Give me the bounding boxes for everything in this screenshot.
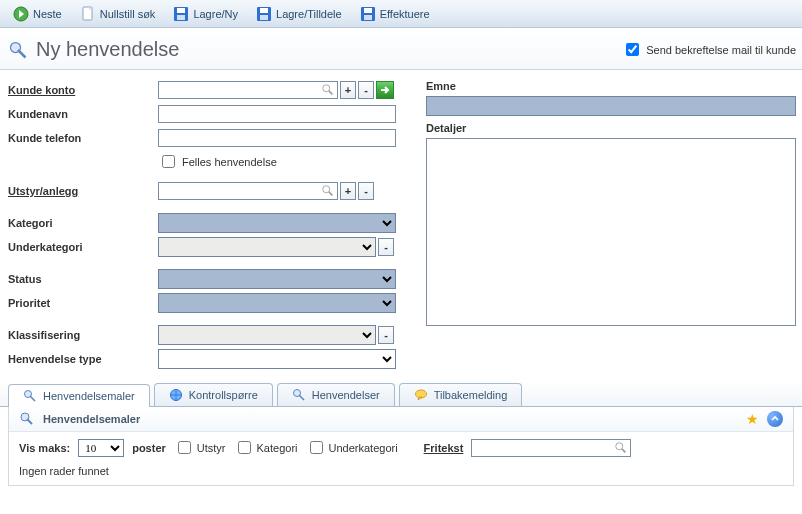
klassifisering-label: Klassifisering: [8, 329, 158, 341]
save-icon: [256, 6, 272, 22]
poster-label: poster: [132, 442, 166, 454]
klassifisering-select[interactable]: [158, 325, 376, 345]
page-title: Ny henvendelse: [36, 38, 179, 61]
tab-henvendelser[interactable]: Henvendelser: [277, 383, 395, 406]
svg-rect-3: [177, 8, 185, 13]
confirm-mail-checkbox[interactable]: Send bekreftelse mail til kunde: [622, 40, 796, 59]
detaljer-label: Detaljer: [426, 122, 796, 134]
tab-maler-label: Henvendelsemaler: [43, 390, 135, 402]
svg-rect-6: [260, 8, 268, 13]
status-select[interactable]: [158, 269, 396, 289]
lagre-ny-label: Lagre/Ny: [193, 8, 238, 20]
svg-rect-7: [260, 15, 268, 20]
filter-utstyr-checkbox[interactable]: Utstyr: [174, 438, 226, 457]
felles-label: Felles henvendelse: [182, 156, 277, 168]
main-form: Kunde konto + - Kundenavn Kunde tele: [0, 70, 802, 377]
kunde-remove-button[interactable]: -: [358, 81, 374, 99]
filter-row: Vis maks: 10 poster Utstyr Kategori Unde…: [9, 432, 793, 461]
kategori-label: Kategori: [8, 217, 158, 229]
emne-label: Emne: [426, 80, 796, 92]
right-column: Emne Detaljer: [426, 80, 796, 373]
tab-kontroll-label: Kontrollspørre: [189, 389, 258, 401]
felles-input[interactable]: [162, 155, 175, 168]
kunde-go-button[interactable]: [376, 81, 394, 99]
kundenavn-label: Kundenavn: [8, 108, 158, 120]
lagre-ny-button[interactable]: Lagre/Ny: [166, 3, 245, 25]
filter-kategori-input[interactable]: [238, 441, 251, 454]
filter-underkategori-checkbox[interactable]: Underkategori: [306, 438, 398, 457]
underkategori-remove-button[interactable]: -: [378, 238, 394, 256]
svg-rect-9: [364, 8, 372, 13]
utstyr-input[interactable]: [158, 182, 338, 200]
tab-tilbakemelding[interactable]: Tilbakemelding: [399, 383, 523, 406]
vis-maks-select[interactable]: 10: [78, 439, 124, 457]
utstyr-label[interactable]: Utstyr/anlegg: [8, 185, 158, 197]
collapse-button[interactable]: [767, 411, 783, 427]
tab-tilbake-label: Tilbakemelding: [434, 389, 508, 401]
felles-checkbox[interactable]: Felles henvendelse: [158, 152, 418, 171]
left-column: Kunde konto + - Kundenavn Kunde tele: [8, 80, 418, 373]
tab-kontrollsporre[interactable]: Kontrollspørre: [154, 383, 273, 406]
lagre-tildele-label: Lagre/Tilldele: [276, 8, 342, 20]
title-bar: Ny henvendelse Send bekreftelse mail til…: [0, 28, 802, 70]
save-icon: [173, 6, 189, 22]
fritekst-input[interactable]: [471, 439, 631, 457]
blank-page-icon: [80, 6, 96, 22]
nullstill-button[interactable]: Nullstill søk: [73, 3, 163, 25]
globe-icon: [169, 388, 183, 402]
detaljer-textarea[interactable]: [426, 138, 796, 326]
no-rows-text: Ingen rader funnet: [9, 461, 793, 485]
klassifisering-remove-button[interactable]: -: [378, 326, 394, 344]
kunde-konto-label[interactable]: Kunde konto: [8, 84, 158, 96]
nullstill-label: Nullstill søk: [100, 8, 156, 20]
pin-icon: [8, 40, 28, 60]
effektuere-button[interactable]: Effektuere: [353, 3, 437, 25]
tab-strip: Henvendelsemaler Kontrollspørre Henvende…: [0, 381, 802, 407]
neste-label: Neste: [33, 8, 62, 20]
prioritet-select[interactable]: [158, 293, 396, 313]
star-icon[interactable]: ★: [746, 411, 759, 427]
utstyr-add-button[interactable]: +: [340, 182, 356, 200]
svg-rect-10: [364, 15, 372, 20]
neste-button[interactable]: Neste: [6, 3, 69, 25]
effektuere-label: Effektuere: [380, 8, 430, 20]
filter-kategori-checkbox[interactable]: Kategori: [234, 438, 298, 457]
type-label: Henvendelse type: [8, 353, 158, 365]
circle-arrow-icon: [13, 6, 29, 22]
kunde-telefon-input[interactable]: [158, 129, 396, 147]
underkategori-select[interactable]: [158, 237, 376, 257]
pin-icon: [292, 388, 306, 402]
kunde-telefon-label: Kunde telefon: [8, 132, 158, 144]
tab-henvendelsemaler[interactable]: Henvendelsemaler: [8, 384, 150, 407]
bubble-icon: [414, 388, 428, 402]
confirm-mail-input[interactable]: [626, 43, 639, 56]
save-icon: [360, 6, 376, 22]
kunde-konto-input[interactable]: [158, 81, 338, 99]
pin-icon: [23, 389, 37, 403]
fritekst-label[interactable]: Fritekst: [424, 442, 464, 454]
subpanel-heading: Henvendelsemaler: [43, 413, 140, 425]
lagre-tildele-button[interactable]: Lagre/Tilldele: [249, 3, 349, 25]
kundenavn-input[interactable]: [158, 105, 396, 123]
confirm-mail-label: Send bekreftelse mail til kunde: [646, 44, 796, 56]
svg-rect-4: [177, 15, 185, 20]
top-toolbar: Neste Nullstill søk Lagre/Ny Lagre/Tilld…: [0, 0, 802, 28]
emne-input[interactable]: [426, 96, 796, 116]
vis-maks-label: Vis maks:: [19, 442, 70, 454]
filter-utstyr-input[interactable]: [178, 441, 191, 454]
prioritet-label: Prioritet: [8, 297, 158, 309]
filter-underkategori-input[interactable]: [310, 441, 323, 454]
kunde-add-button[interactable]: +: [340, 81, 356, 99]
underkategori-label: Underkategori: [8, 241, 158, 253]
status-label: Status: [8, 273, 158, 285]
type-select[interactable]: [158, 349, 396, 369]
kategori-select[interactable]: [158, 213, 396, 233]
tab-henvendelser-label: Henvendelser: [312, 389, 380, 401]
subpanel: Henvendelsemaler ★ Vis maks: 10 poster U…: [8, 407, 794, 486]
utstyr-remove-button[interactable]: -: [358, 182, 374, 200]
pin-icon: [19, 411, 35, 427]
